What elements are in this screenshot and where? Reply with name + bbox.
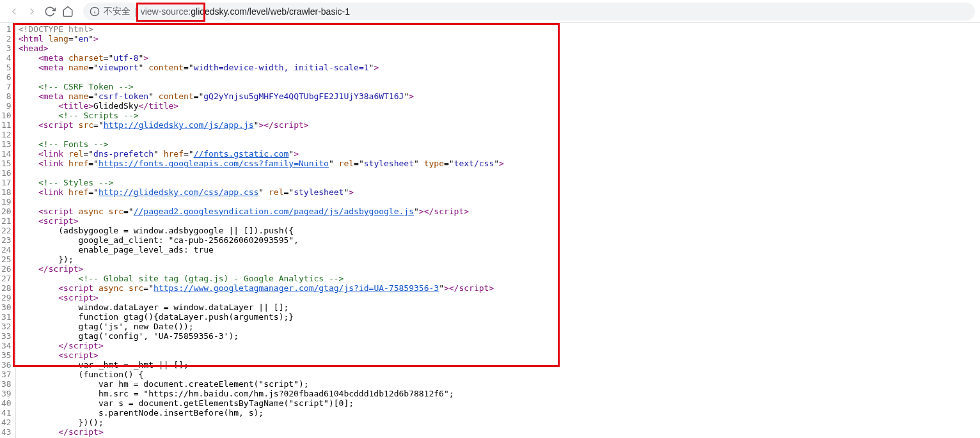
line-number: 17 <box>1 178 12 187</box>
code-line[interactable]: <script> <box>19 293 504 302</box>
code-line[interactable]: <meta charset="utf-8"> <box>19 53 504 63</box>
code-line[interactable]: <link rel="dns-prefetch" href="//fonts.g… <box>19 149 504 159</box>
code-line[interactable]: gtag('js', new Date()); <box>19 322 504 331</box>
line-number: 7 <box>1 82 12 91</box>
line-number: 26 <box>1 264 12 274</box>
line-number: 13 <box>1 139 12 149</box>
line-number: 37 <box>1 370 12 379</box>
separator: | <box>134 6 137 17</box>
line-number: 6 <box>1 72 12 82</box>
code-line[interactable]: (adsbygoogle = window.adsbygoogle || [])… <box>19 226 504 235</box>
code-line[interactable]: window.dataLayer = window.dataLayer || [… <box>19 302 504 312</box>
line-number: 36 <box>1 360 12 370</box>
line-number: 12 <box>1 130 12 139</box>
code-line[interactable]: <script async src="https://www.googletag… <box>19 283 504 293</box>
code-line[interactable]: <head> <box>19 43 504 53</box>
line-number: 35 <box>1 350 12 360</box>
code-line[interactable]: <link href="http://glidedsky.com/css/app… <box>19 187 504 197</box>
security-label: 不安全 <box>104 6 130 17</box>
line-number: 43 <box>1 427 12 437</box>
line-number: 25 <box>1 254 12 264</box>
line-number: 23 <box>1 235 12 245</box>
reload-button[interactable] <box>41 3 59 20</box>
source-link[interactable]: //fonts.gstatic.com <box>194 149 289 159</box>
source-link[interactable]: https://www.googletagmanager.com/gtag/js… <box>154 283 439 293</box>
line-number: 19 <box>1 197 12 207</box>
code-line[interactable]: <!-- Global site tag (gtag.js) - Google … <box>19 274 504 283</box>
line-number: 30 <box>1 302 12 312</box>
address-bar[interactable]: 不安全 | view-source: glidedsky.com/level/w… <box>83 3 975 20</box>
code-line[interactable] <box>19 130 504 139</box>
code-line[interactable]: <!-- Scripts --> <box>19 111 504 120</box>
line-number: 3 <box>1 43 12 53</box>
code-line[interactable]: })(); <box>19 418 504 427</box>
line-number: 1 <box>1 24 12 34</box>
code-line[interactable]: <link href="https://fonts.googleapis.com… <box>19 159 504 168</box>
line-number: 28 <box>1 283 12 293</box>
line-number: 32 <box>1 322 12 331</box>
code-line[interactable]: <meta name="csrf-token" content="gQ2yYnj… <box>19 91 504 101</box>
home-button[interactable] <box>59 3 77 20</box>
code-line[interactable]: function gtag(){dataLayer.push(arguments… <box>19 312 504 322</box>
line-number: 10 <box>1 111 12 120</box>
code-line[interactable] <box>19 197 504 207</box>
code-line[interactable]: <title>GlidedSky</title> <box>19 101 504 111</box>
info-icon <box>90 6 100 17</box>
line-gutter: 1234567891011121314151617181920212223242… <box>0 23 16 438</box>
code-line[interactable]: <script async src="//pagead2.googlesyndi… <box>19 207 504 216</box>
line-number: 9 <box>1 101 12 111</box>
line-number: 33 <box>1 331 12 341</box>
source-view: 1234567891011121314151617181920212223242… <box>0 23 980 438</box>
line-number: 40 <box>1 398 12 408</box>
line-number: 14 <box>1 149 12 159</box>
line-number: 34 <box>1 341 12 350</box>
code-line[interactable]: }); <box>19 254 504 264</box>
code-line[interactable]: <!DOCTYPE html> <box>19 24 504 34</box>
code-line[interactable]: </script> <box>19 427 504 437</box>
code-line[interactable] <box>19 72 504 82</box>
code-line[interactable]: <script> <box>19 216 504 226</box>
code-line[interactable]: enable_page_level_ads: true <box>19 245 504 254</box>
line-number: 29 <box>1 293 12 302</box>
line-number: 16 <box>1 168 12 178</box>
source-link[interactable]: http://glidedsky.com/js/app.js <box>104 120 254 130</box>
code-line[interactable]: <script> <box>19 350 504 360</box>
code-line[interactable]: hm.src = "https://hm.baidu.com/hm.js?020… <box>19 389 504 398</box>
code-line[interactable] <box>19 168 504 178</box>
line-number: 18 <box>1 187 12 197</box>
code-line[interactable]: <!-- CSRF Token --> <box>19 82 504 91</box>
code-line[interactable]: google_ad_client: "ca-pub-25662606020935… <box>19 235 504 245</box>
code-line[interactable]: <script src="http://glidedsky.com/js/app… <box>19 120 504 130</box>
line-number: 8 <box>1 91 12 101</box>
line-number: 21 <box>1 216 12 226</box>
line-number: 41 <box>1 408 12 418</box>
code-line[interactable]: <meta name="viewport" content="width=dev… <box>19 63 504 72</box>
line-number: 15 <box>1 159 12 168</box>
back-button[interactable] <box>5 3 23 20</box>
code-line[interactable]: (function() { <box>19 370 504 379</box>
source-link[interactable]: //pagead2.googlesyndication.com/pagead/j… <box>134 207 414 216</box>
line-number: 38 <box>1 379 12 389</box>
source-link[interactable]: http://glidedsky.com/css/app.css <box>99 187 258 197</box>
code-line[interactable]: gtag('config', 'UA-75859356-3'); <box>19 331 504 341</box>
line-number: 22 <box>1 226 12 235</box>
code-line[interactable]: var s = document.getElementsByTagName("s… <box>19 398 504 408</box>
line-number: 11 <box>1 120 12 130</box>
code-line[interactable]: <html lang="en"> <box>19 34 504 43</box>
code-line[interactable]: var _hmt = _hmt || []; <box>19 360 504 370</box>
code-line[interactable]: <!-- Styles --> <box>19 178 504 187</box>
line-number: 2 <box>1 34 12 43</box>
line-number: 42 <box>1 418 12 427</box>
line-number: 20 <box>1 207 12 216</box>
code-line[interactable]: s.parentNode.insertBefore(hm, s); <box>19 408 504 418</box>
code-line[interactable]: var hm = document.createElement("script"… <box>19 379 504 389</box>
source-code[interactable]: <!DOCTYPE html><html lang="en"><head> <m… <box>16 23 504 438</box>
code-line[interactable]: </script> <box>19 341 504 350</box>
code-line[interactable]: </script> <box>19 264 504 274</box>
browser-toolbar: 不安全 | view-source: glidedsky.com/level/w… <box>0 0 980 23</box>
line-number: 27 <box>1 274 12 283</box>
line-number: 24 <box>1 245 12 254</box>
code-line[interactable]: <!-- Fonts --> <box>19 139 504 149</box>
source-link[interactable]: https://fonts.googleapis.com/css?family=… <box>99 159 329 168</box>
forward-button[interactable] <box>23 3 41 20</box>
